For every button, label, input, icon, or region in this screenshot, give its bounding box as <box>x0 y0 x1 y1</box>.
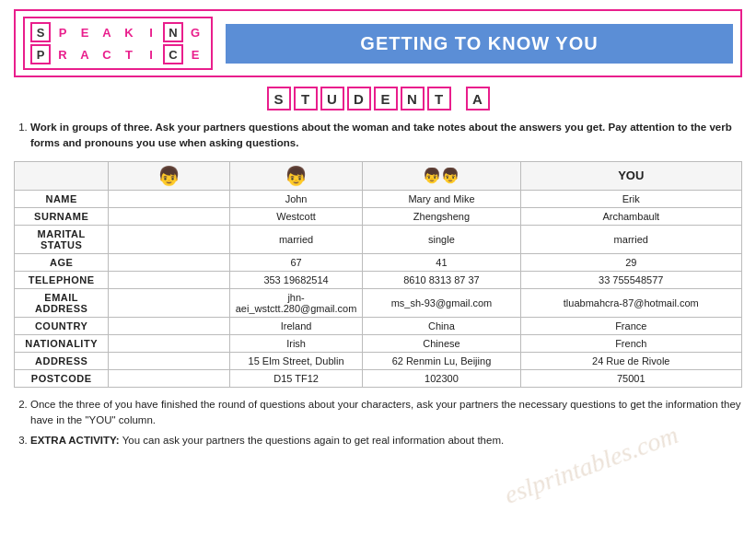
col-header-label <box>15 161 109 190</box>
logo-letter-e: E <box>75 22 95 42</box>
row-empty-cell <box>109 369 229 387</box>
row-label: POSTCODE <box>15 369 109 387</box>
col-header-face1: 👦 <box>109 161 229 190</box>
stitle-u: U <box>320 87 344 110</box>
row-you-cell: 24 Rue de Rivole <box>520 352 741 369</box>
row-you-cell: 29 <box>520 253 741 271</box>
table-row: POSTCODED15 TF1210230075001 <box>15 369 742 387</box>
header: S P E A K I N G P R A C T I C E GETTING … <box>14 9 742 77</box>
logo-letter-i1: I <box>141 22 161 42</box>
row-empty-cell <box>109 352 229 369</box>
row-label: NAME <box>15 190 109 207</box>
row-mary-mike-cell: China <box>363 317 520 334</box>
logo-letter-g1: G <box>185 22 205 42</box>
row-empty-cell <box>109 271 229 288</box>
row-mary-mike-cell: Zhengsheng <box>363 207 520 225</box>
instructions-section: Work in groups of three. Ask your partne… <box>14 120 742 152</box>
footer-instructions: Once the three of you have finished the … <box>14 397 742 449</box>
table-row: NATIONALITYIrishChineseFrench <box>15 334 742 352</box>
table-row: EMAIL ADDRESSjhn-aei_wstctt.280@gmail.co… <box>15 288 742 317</box>
row-mary-mike-cell: ms_sh-93@gmail.com <box>363 288 520 317</box>
row-you-cell: French <box>520 334 741 352</box>
row-empty-cell <box>109 253 229 271</box>
row-john-cell: jhn-aei_wstctt.280@gmail.com <box>229 288 363 317</box>
footer-extra-text: You can ask your partners the questions … <box>122 435 504 446</box>
main-table: 👦 👦 👦👦 YOU NAMEJohnMary and MikeErikSURN… <box>14 161 742 388</box>
stitle-t: T <box>294 87 318 110</box>
row-john-cell: 15 Elm Street, Dublin <box>229 352 363 369</box>
row-john-cell: D15 TF12 <box>229 369 363 387</box>
logo-box: S P E A K I N G P R A C T I C E <box>23 17 213 70</box>
table-row: MARITAL STATUSmarriedsinglemarried <box>15 225 742 253</box>
row-empty-cell <box>109 225 229 253</box>
stitle-t2: T <box>427 87 451 110</box>
row-you-cell: Archambault <box>520 207 741 225</box>
row-label: AGE <box>15 253 109 271</box>
footer-instruction-2: Once the three of you have finished the … <box>30 397 742 429</box>
row-john-cell: 67 <box>229 253 363 271</box>
stitle-d: D <box>347 87 371 110</box>
stitle-a: A <box>466 87 490 110</box>
footer-extra-label: EXTRA ACTIVITY: <box>30 435 120 446</box>
row-you-cell: 33 755548577 <box>520 271 741 288</box>
logo-letter-i2: I <box>141 44 161 64</box>
logo-letter-c2: C <box>163 44 183 64</box>
logo-letter-n: N <box>163 22 183 42</box>
stitle-e: E <box>374 87 398 110</box>
row-mary-mike-cell: Mary and Mike <box>363 190 520 207</box>
stitle-n: N <box>401 87 425 110</box>
row-empty-cell <box>109 288 229 317</box>
logo-letter-k: K <box>119 22 139 42</box>
row-label: ADDRESS <box>15 352 109 369</box>
row-john-cell: 353 19682514 <box>229 271 363 288</box>
col-header-face2: 👦 <box>229 161 363 190</box>
row-you-cell: 75001 <box>520 369 741 387</box>
logo-letter-t: T <box>119 44 139 64</box>
row-john-cell: John <box>229 190 363 207</box>
row-empty-cell <box>109 317 229 334</box>
row-you-cell: Erik <box>520 190 741 207</box>
logo-letter-c1: C <box>97 44 117 64</box>
row-label: TELEPHONE <box>15 271 109 288</box>
table-row: NAMEJohnMary and MikeErik <box>15 190 742 207</box>
col-header-face3: 👦👦 <box>363 161 520 190</box>
logo-letter-a2: A <box>75 44 95 64</box>
row-john-cell: Ireland <box>229 317 363 334</box>
table-row: AGE674129 <box>15 253 742 271</box>
table-row: TELEPHONE353 196825148610 8313 87 3733 7… <box>15 271 742 288</box>
row-mary-mike-cell: Chinese <box>363 334 520 352</box>
table-row: ADDRESS15 Elm Street, Dublin62 Renmin Lu… <box>15 352 742 369</box>
row-mary-mike-cell: 8610 8313 87 37 <box>363 271 520 288</box>
row-empty-cell <box>109 190 229 207</box>
row-you-cell: tluabmahcra-87@hotmail.com <box>520 288 741 317</box>
student-title: S T U D E N T A <box>14 87 742 110</box>
col-header-you: YOU <box>520 161 741 190</box>
row-label: COUNTRY <box>15 317 109 334</box>
row-john-cell: Westcott <box>229 207 363 225</box>
row-label: MARITAL STATUS <box>15 225 109 253</box>
row-john-cell: Irish <box>229 334 363 352</box>
logo-letter-r: R <box>52 44 73 64</box>
row-you-cell: France <box>520 317 741 334</box>
row-label: SURNAME <box>15 207 109 225</box>
row-you-cell: married <box>520 225 741 253</box>
stitle-s: S <box>267 87 291 110</box>
row-mary-mike-cell: 102300 <box>363 369 520 387</box>
logo-letter-p2: P <box>30 44 51 64</box>
logo-letter-s: S <box>30 22 51 42</box>
row-empty-cell <box>109 334 229 352</box>
instruction-1: Work in groups of three. Ask your partne… <box>30 120 742 152</box>
row-label: NATIONALITY <box>15 334 109 352</box>
row-john-cell: married <box>229 225 363 253</box>
row-mary-mike-cell: 41 <box>363 253 520 271</box>
row-empty-cell <box>109 207 229 225</box>
row-mary-mike-cell: 62 Renmin Lu, Beijing <box>363 352 520 369</box>
table-row: COUNTRYIrelandChinaFrance <box>15 317 742 334</box>
logo-letter-a1: A <box>97 22 117 42</box>
table-header-row: 👦 👦 👦👦 YOU <box>15 161 742 190</box>
row-mary-mike-cell: single <box>363 225 520 253</box>
row-label: EMAIL ADDRESS <box>15 288 109 317</box>
footer-instruction-3: EXTRA ACTIVITY: You can ask your partner… <box>30 433 742 448</box>
table-row: SURNAMEWestcottZhengshengArchambault <box>15 207 742 225</box>
logo-letter-e: E <box>185 44 205 64</box>
